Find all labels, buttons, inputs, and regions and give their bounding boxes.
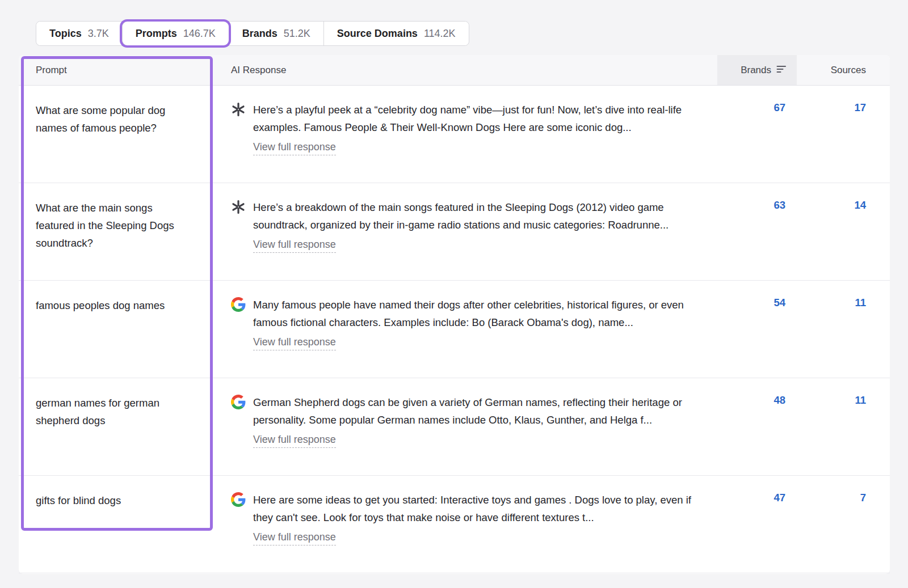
sources-cell: 17 — [797, 86, 890, 183]
prompt-cell[interactable]: gifts for blind dogs — [19, 476, 213, 573]
brands-count[interactable]: 47 — [774, 492, 785, 504]
tab-prompts[interactable]: Prompts 146.7K — [122, 22, 229, 45]
response-text: Here’s a playful peek at a “celebrity do… — [253, 101, 703, 136]
sources-count[interactable]: 11 — [855, 297, 866, 308]
sources-count[interactable]: 17 — [854, 101, 866, 113]
brands-cell: 63 — [717, 183, 797, 280]
prompt-text: gifts for blind dogs — [36, 494, 121, 506]
view-full-response-link[interactable]: View full response — [253, 531, 336, 545]
tab-count: 146.7K — [183, 28, 216, 40]
tab-bar: Topics 3.7K Prompts 146.7K Brands 51.2K … — [36, 21, 469, 46]
prompts-table: Prompt AI Response Brands Sources Wh — [19, 55, 890, 574]
tab-topics[interactable]: Topics 3.7K — [36, 22, 122, 45]
table-body: What are some popular dog names of famou… — [19, 86, 890, 573]
google-icon — [231, 395, 246, 409]
sort-descending-icon — [776, 65, 787, 76]
prompt-text: What are some popular dog names of famou… — [36, 104, 165, 134]
table-row[interactable]: What are the main songs featured in the … — [19, 183, 890, 281]
chatgpt-icon — [231, 102, 246, 117]
column-header-sources-label: Sources — [831, 65, 866, 76]
brands-count[interactable]: 54 — [774, 297, 785, 308]
sources-cell: 7 — [797, 476, 890, 573]
ai-response-cell: Here’s a breakdown of the main songs fea… — [213, 183, 717, 280]
chatgpt-icon — [231, 200, 246, 214]
response-text: Here are some ideas to get you started: … — [253, 491, 703, 526]
brands-count[interactable]: 67 — [774, 101, 785, 113]
response-text: German Shepherd dogs can be given a vari… — [253, 394, 703, 429]
table-header-row: Prompt AI Response Brands Sources — [19, 55, 890, 86]
table-row[interactable]: gifts for blind dogs — [19, 476, 890, 573]
column-header-brands[interactable]: Brands — [717, 55, 797, 85]
prompt-text: famous peoples dog names — [36, 299, 165, 311]
tab-label: Topics — [49, 28, 82, 40]
sources-cell: 14 — [797, 183, 890, 280]
prompt-cell[interactable]: What are the main songs featured in the … — [19, 183, 213, 280]
brands-count[interactable]: 63 — [774, 199, 785, 211]
view-full-response-link[interactable]: View full response — [253, 239, 336, 253]
sources-count[interactable]: 7 — [860, 492, 866, 504]
prompt-cell[interactable]: famous peoples dog names — [19, 281, 213, 378]
tab-brands[interactable]: Brands 51.2K — [229, 22, 323, 45]
table-row[interactable]: What are some popular dog names of famou… — [19, 86, 890, 183]
tab-label: Source Domains — [337, 28, 418, 40]
column-header-ai-response-label: AI Response — [231, 65, 286, 76]
column-header-ai-response[interactable]: AI Response — [213, 55, 717, 85]
prompt-text: What are the main songs featured in the … — [36, 202, 174, 249]
tab-label: Prompts — [136, 28, 177, 40]
ai-response-cell: German Shepherd dogs can be given a vari… — [213, 378, 717, 475]
google-icon — [231, 297, 246, 312]
tab-count: 114.2K — [424, 28, 456, 40]
tab-label: Brands — [242, 28, 278, 40]
ai-response-cell: Many famous people have named their dogs… — [213, 281, 717, 378]
table-row[interactable]: famous peoples dog names — [19, 281, 890, 378]
brands-count[interactable]: 48 — [774, 394, 785, 406]
ai-response-cell: Here are some ideas to get you started: … — [213, 476, 717, 573]
brands-cell: 54 — [717, 281, 797, 378]
sources-count[interactable]: 11 — [855, 394, 866, 406]
sources-cell: 11 — [797, 378, 890, 475]
prompt-cell[interactable]: What are some popular dog names of famou… — [19, 86, 213, 183]
column-header-prompt[interactable]: Prompt — [19, 55, 213, 85]
prompt-cell[interactable]: german names for german shepherd dogs — [19, 378, 213, 475]
tab-source-domains[interactable]: Source Domains 114.2K — [323, 22, 469, 45]
view-full-response-link[interactable]: View full response — [253, 336, 336, 350]
tab-count: 51.2K — [284, 28, 310, 40]
view-full-response-link[interactable]: View full response — [253, 434, 336, 448]
brands-cell: 48 — [717, 378, 797, 475]
prompt-text: german names for german shepherd dogs — [36, 397, 159, 426]
column-header-brands-label: Brands — [741, 65, 771, 76]
response-text: Many famous people have named their dogs… — [253, 296, 703, 331]
response-text: Here’s a breakdown of the main songs fea… — [253, 198, 703, 234]
column-header-prompt-label: Prompt — [36, 65, 67, 76]
google-icon — [231, 492, 246, 507]
table-row[interactable]: german names for german shepherd dogs — [19, 378, 890, 476]
column-header-sources[interactable]: Sources — [797, 55, 890, 85]
sources-cell: 11 — [797, 281, 890, 378]
view-full-response-link[interactable]: View full response — [253, 141, 336, 155]
sources-count[interactable]: 14 — [854, 199, 866, 211]
brands-cell: 47 — [717, 476, 797, 573]
brands-cell: 67 — [717, 86, 797, 183]
ai-response-cell: Here’s a playful peek at a “celebrity do… — [213, 86, 717, 183]
tab-count: 3.7K — [88, 28, 109, 40]
